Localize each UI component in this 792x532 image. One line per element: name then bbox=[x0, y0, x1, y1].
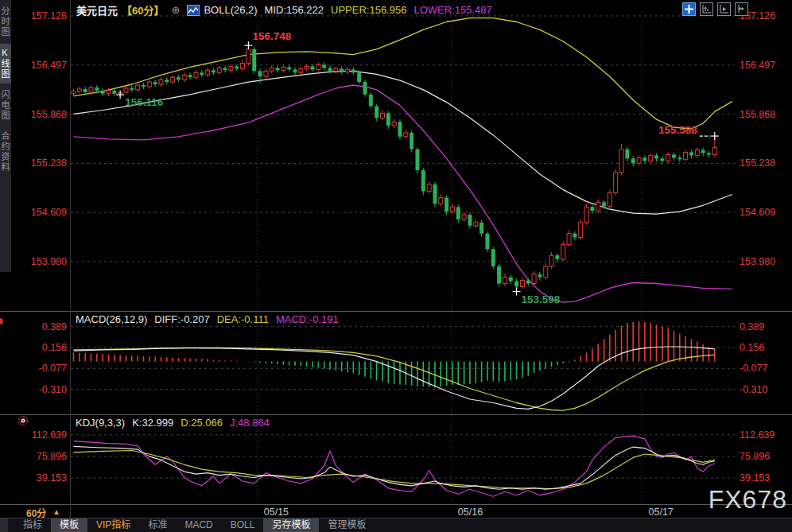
svg-text:155.238: 155.238 bbox=[740, 157, 775, 169]
fx678-watermark: FX678 bbox=[682, 485, 787, 515]
tabbar-grip[interactable] bbox=[0, 518, 8, 532]
link-icon[interactable]: ⊕ bbox=[171, 4, 180, 16]
kdj-k-value: K:32.999 bbox=[132, 417, 173, 429]
boll-lower-value: LOWER:155.487 bbox=[413, 4, 491, 16]
svg-text:155.868: 155.868 bbox=[740, 109, 775, 120]
svg-text:0.156: 0.156 bbox=[740, 342, 764, 353]
svg-text:75.896: 75.896 bbox=[740, 451, 770, 462]
kdj-j-value: J:48.864 bbox=[230, 417, 270, 429]
tab-0[interactable]: 指标 bbox=[14, 518, 51, 532]
svg-text:153.980: 153.980 bbox=[31, 256, 67, 267]
macd-title[interactable]: MACD(26,12,9) bbox=[76, 313, 147, 325]
svg-text:-0.077: -0.077 bbox=[740, 363, 767, 374]
axis-scale-tool-icon[interactable] bbox=[700, 2, 713, 16]
symbol-title: 美元日元 bbox=[76, 2, 118, 17]
chart-style-icon[interactable] bbox=[187, 5, 200, 16]
macd-dea-value: DEA:-0.111 bbox=[217, 313, 269, 325]
boll-upper-value: UPPER:156.956 bbox=[331, 4, 406, 16]
chart-type-sidebar: 分时图K线图闪电图合约资料 bbox=[0, 0, 11, 272]
svg-text:154.609: 154.609 bbox=[740, 207, 775, 218]
svg-text:39.153: 39.153 bbox=[740, 472, 770, 483]
x-axis-date-1: 05/16 bbox=[458, 507, 483, 518]
trading-app-window: 分时图K线图闪电图合约资料 157.126157.126156.497156.4… bbox=[0, 0, 792, 532]
svg-text:-0.310: -0.310 bbox=[740, 384, 767, 395]
x-axis-date-2: 05/17 bbox=[649, 507, 674, 518]
svg-text:154.609: 154.609 bbox=[31, 207, 67, 218]
tab-5[interactable]: BOLL bbox=[222, 518, 264, 532]
kdj-d-value: D:25.066 bbox=[181, 417, 223, 429]
tab-7[interactable]: 管理模板 bbox=[319, 518, 375, 532]
price-annotation: 153.598 bbox=[522, 293, 561, 305]
price-annotation: 155.588 bbox=[658, 124, 697, 136]
crosshair-tool-icon[interactable] bbox=[682, 2, 696, 16]
svg-text:39.153: 39.153 bbox=[37, 472, 67, 483]
macd-value: MACD:-0.191 bbox=[276, 313, 339, 325]
svg-text:-0.077: -0.077 bbox=[39, 363, 67, 374]
boll-indicator-label[interactable]: BOLL(26,2) bbox=[204, 4, 257, 16]
svg-text:155.868: 155.868 bbox=[31, 109, 67, 120]
svg-text:153.980: 153.980 bbox=[740, 256, 775, 267]
kdj-title[interactable]: KDJ(9,3,3) bbox=[76, 417, 125, 429]
timeframe-label: 【60分】 bbox=[122, 2, 164, 17]
svg-text:0.389: 0.389 bbox=[740, 321, 764, 332]
sidebar-item-2[interactable]: 闪电图 bbox=[0, 86, 11, 125]
bottom-tab-bar: 指标模板VIP指标标准MACDBOLL另存模板管理模板 bbox=[0, 518, 792, 532]
expand-arrow-icon[interactable]: ▲ bbox=[52, 507, 60, 516]
svg-text:112.639: 112.639 bbox=[740, 429, 775, 441]
svg-text:-0.310: -0.310 bbox=[39, 384, 67, 395]
axis-play-tool-icon[interactable] bbox=[717, 2, 731, 16]
sidebar-item-1[interactable]: K线图 bbox=[0, 44, 11, 83]
kdj-panel-header: KDJ(9,3,3) K:32.999 D:25.066 J:48.864 bbox=[76, 417, 270, 429]
sidebar-item-0[interactable]: 分时图 bbox=[0, 2, 11, 41]
chart-toolbar bbox=[682, 2, 748, 16]
svg-text:157.126: 157.126 bbox=[31, 10, 67, 21]
svg-text:112.639: 112.639 bbox=[32, 429, 67, 441]
price-annotation: 156.748 bbox=[252, 30, 291, 42]
boll-mid-value: MID:156.222 bbox=[265, 4, 324, 16]
svg-text:156.497: 156.497 bbox=[31, 60, 67, 71]
svg-text:0.156: 0.156 bbox=[42, 342, 67, 353]
tab-3[interactable]: 标准 bbox=[139, 518, 176, 532]
svg-text:156.497: 156.497 bbox=[740, 60, 775, 71]
tab-2[interactable]: VIP指标 bbox=[87, 518, 139, 532]
chart-canvas[interactable]: 157.126157.126156.497156.497155.868155.8… bbox=[0, 0, 792, 518]
sidebar-item-3[interactable]: 合约资料 bbox=[0, 127, 11, 177]
macd-diff-value: DIFF:-0.207 bbox=[154, 313, 209, 325]
svg-text:155.238: 155.238 bbox=[31, 157, 67, 169]
tab-1[interactable]: 模板 bbox=[51, 518, 87, 532]
svg-text:0.389: 0.389 bbox=[42, 321, 67, 332]
main-chart-header: 美元日元 【60分】 ⊕ BOLL(26,2) MID:156.222 UPPE… bbox=[76, 2, 492, 17]
price-annotation: 156.116 bbox=[125, 96, 164, 108]
tab-6[interactable]: 另存模板 bbox=[263, 518, 319, 532]
x-axis-date-0: 05/15 bbox=[264, 507, 289, 518]
macd-panel-header: MACD(26,12,9) DIFF:-0.207 DEA:-0.111 MAC… bbox=[76, 313, 339, 325]
axis-shift-tool-icon[interactable] bbox=[735, 2, 748, 16]
tab-4[interactable]: MACD bbox=[176, 518, 221, 532]
svg-text:75.896: 75.896 bbox=[37, 451, 67, 462]
